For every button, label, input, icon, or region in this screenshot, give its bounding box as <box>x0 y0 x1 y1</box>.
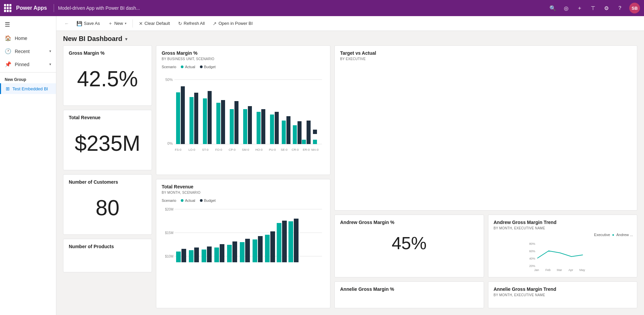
tr-bar-chart-svg: $20M $15M $10M <box>162 205 325 272</box>
gm-bar-chart-svg: 50% 0% <box>162 71 325 158</box>
topbar: Power Apps Model-driven App with Power B… <box>0 0 644 16</box>
svg-rect-36 <box>265 235 270 262</box>
tr-legend-budget: Budget <box>204 198 216 203</box>
sidebar-item-recent[interactable]: 🕐 Recent ▾ <box>0 45 56 58</box>
clear-default-button[interactable]: ✕ Clear Default <box>136 19 173 28</box>
svg-rect-32 <box>240 242 245 262</box>
sidebar-active-label: Test Embedded BI <box>12 86 48 91</box>
sidebar-item-test-embedded[interactable]: ⊞ Test Embedded BI <box>0 83 56 94</box>
andrew-row: Andrew Gross Margin % 45% Andrew Gross M… <box>334 215 637 277</box>
main-content: ← 💾 Save As ＋ New ▾ ✕ Clear Default ↻ Re… <box>56 16 644 315</box>
chevron-down-icon: ▾ <box>49 49 51 53</box>
annelie-row: Annelie Gross Margin % Annelie Gross Mar… <box>334 281 637 308</box>
svg-text:MA-0: MA-0 <box>311 148 319 151</box>
card-target-actual: Target vs Actual BY EXECUTIVE <box>334 45 637 211</box>
svg-text:40%: 40% <box>529 257 535 260</box>
new-button[interactable]: ＋ New ▾ <box>105 19 130 28</box>
legend-budget-dot <box>200 65 203 68</box>
pin-icon: 📌 <box>5 61 11 68</box>
target-actual-title: Target vs Actual <box>335 46 637 57</box>
card-gross-margin-chart: Gross Margin % BY BUSINESS UNIT, SCENARI… <box>156 45 330 175</box>
filter-icon[interactable]: ⊤ <box>589 4 597 12</box>
legend-actual-dot <box>181 65 183 68</box>
card-andrew-gm-trend: Andrew Gross Margin Trend BY MONTH, EXEC… <box>488 215 638 277</box>
tr-legend-actual: Actual <box>185 198 195 203</box>
total-revenue-title: Total Revenue <box>63 110 152 122</box>
tr-bar-chart-area: $20M $15M $10M <box>156 205 330 278</box>
hamburger-icon[interactable]: ☰ <box>0 17 56 32</box>
andrew-trend-svg: 80% 60% 40% 20% Jan Feb Mar Apr <box>492 238 633 272</box>
refresh-icon: ↻ <box>178 21 182 26</box>
svg-text:PU-0: PU-0 <box>269 148 276 151</box>
svg-rect-33 <box>245 239 250 262</box>
annelie-gm-trend-subtitle: BY MONTH, EXECUTIVE NAME <box>488 293 637 300</box>
avatar[interactable]: SB <box>629 3 640 13</box>
search-icon[interactable]: 🔍 <box>549 4 557 12</box>
svg-text:Apr: Apr <box>568 268 573 272</box>
svg-rect-40 <box>288 221 293 262</box>
tr-legend-scenario-label: Scenario <box>162 198 176 203</box>
svg-text:ER-0: ER-0 <box>303 148 310 151</box>
andrew-trend-chart-area: 80% 60% 40% 20% Jan Feb Mar Apr <box>488 238 637 277</box>
svg-text:SM-0: SM-0 <box>242 148 249 151</box>
compass-icon[interactable]: ◎ <box>562 4 570 12</box>
svg-text:LO-0: LO-0 <box>189 148 195 151</box>
help-icon[interactable]: ？ <box>616 4 624 12</box>
svg-text:$20M: $20M <box>165 208 173 211</box>
sidebar-item-home[interactable]: 🏠 Home <box>0 32 56 45</box>
svg-rect-34 <box>253 239 257 262</box>
left-column: Gross Margin % 42.5% Total Revenue $235M… <box>63 45 152 308</box>
add-icon[interactable]: ＋ <box>576 4 584 12</box>
bar-budget-11 <box>313 130 317 134</box>
bar-budget-9 <box>298 121 302 144</box>
svg-rect-25 <box>194 248 199 262</box>
svg-rect-26 <box>202 250 206 262</box>
andrew-trend-legend: Executive ● Andrew ... <box>488 233 637 238</box>
card-total-revenue: Total Revenue $235M <box>63 110 152 170</box>
target-actual-subtitle: BY EXECUTIVE <box>335 57 637 63</box>
svg-rect-39 <box>282 221 287 262</box>
bar-actual-11 <box>313 140 317 144</box>
open-in-power-bi-button[interactable]: ↗ Open in Power BI <box>209 19 256 28</box>
refresh-all-button[interactable]: ↻ Refresh All <box>175 19 208 28</box>
bar-actual-10 <box>302 140 306 144</box>
gm-chart-subtitle: BY BUSINESS UNIT, SCENARIO <box>156 57 330 63</box>
svg-text:CP-0: CP-0 <box>229 148 236 151</box>
gross-margin-value: 42.5% <box>63 57 152 102</box>
card-total-revenue-chart: Total Revenue BY MONTH, SCENARIO Scenari… <box>156 179 330 309</box>
svg-text:Feb: Feb <box>545 268 550 272</box>
svg-text:60%: 60% <box>529 250 535 253</box>
new-chevron-icon: ▾ <box>125 21 126 25</box>
bar-budget-1 <box>194 93 198 144</box>
settings-icon[interactable]: ⚙ <box>602 4 610 12</box>
toolbar: ← 💾 Save As ＋ New ▾ ✕ Clear Default ↻ Re… <box>56 16 644 31</box>
save-icon: 💾 <box>76 21 82 26</box>
gross-margin-title: Gross Margin % <box>63 46 152 57</box>
bar-actual-0 <box>176 92 180 144</box>
svg-rect-41 <box>294 219 299 262</box>
sidebar-group-label: New Group <box>0 74 56 83</box>
waffle-icon[interactable] <box>4 4 12 12</box>
svg-text:Mar: Mar <box>557 268 562 272</box>
new-label: New <box>114 21 123 26</box>
sidebar-item-pinned[interactable]: 📌 Pinned ▾ <box>0 58 56 71</box>
bar-budget-4 <box>234 101 238 144</box>
card-annelie-gm: Annelie Gross Margin % <box>334 281 484 308</box>
topbar-page-title: Model-driven App with Power BI dash... <box>58 5 545 11</box>
sidebar-home-label: Home <box>15 36 27 41</box>
bar-actual-7 <box>270 115 274 144</box>
tr-legend-actual-dot <box>181 199 183 202</box>
save-as-button[interactable]: 💾 Save As <box>73 19 103 28</box>
bar-actual-4 <box>230 109 234 144</box>
dashboard-title-chevron[interactable]: ▾ <box>125 36 127 42</box>
annelie-gm-title: Annelie Gross Margin % <box>335 282 484 293</box>
svg-text:May: May <box>579 268 585 272</box>
card-number-products: Number of Products <box>63 239 152 272</box>
card-andrew-gm: Andrew Gross Margin % 45% <box>334 215 484 277</box>
num-customers-title: Number of Customers <box>63 175 152 186</box>
clock-icon: 🕐 <box>5 48 11 54</box>
andrew-gm-value: 45% <box>335 226 484 263</box>
layout: ☰ 🏠 Home 🕐 Recent ▾ 📌 Pinned ▾ New Group… <box>0 16 644 315</box>
app-name: Power Apps <box>16 5 47 11</box>
legend-actual: Actual <box>185 65 195 69</box>
